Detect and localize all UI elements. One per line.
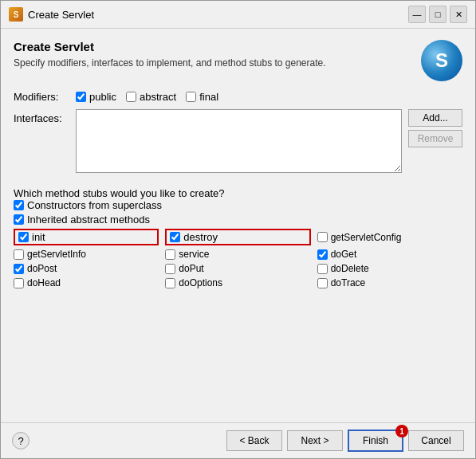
header-left: Create Servlet Specify modifiers, interf… bbox=[14, 40, 413, 70]
doput-label: doPut bbox=[179, 263, 203, 274]
dopost-item: doPost bbox=[14, 263, 159, 274]
getservletinfo-checkbox[interactable] bbox=[14, 249, 24, 260]
abstract-checkbox[interactable] bbox=[126, 92, 136, 102]
back-button[interactable]: < Back bbox=[226, 430, 282, 451]
minimize-button[interactable]: — bbox=[408, 6, 426, 23]
dotrace-checkbox[interactable] bbox=[317, 278, 328, 288]
finish-button[interactable]: Finish 1 bbox=[348, 430, 403, 452]
constructors-checkbox[interactable] bbox=[14, 200, 24, 210]
dodelete-checkbox[interactable] bbox=[317, 264, 328, 274]
getservletinfo-label: getServletInfo bbox=[27, 249, 86, 260]
inherited-checkbox[interactable] bbox=[14, 214, 24, 225]
dodelete-item: doDelete bbox=[317, 263, 462, 274]
maximize-button[interactable]: □ bbox=[429, 6, 446, 23]
modifiers-label: Modifiers: bbox=[14, 91, 69, 103]
dotrace-item: doTrace bbox=[317, 277, 462, 288]
getservletconfig-item: getServletConfig bbox=[317, 229, 462, 245]
dohead-item: doHead bbox=[14, 277, 159, 288]
destroy-label: destroy bbox=[183, 231, 218, 243]
dotrace-label: doTrace bbox=[331, 277, 366, 288]
constructors-item: Constructors from superclass bbox=[14, 199, 462, 211]
remove-button[interactable]: Remove bbox=[408, 130, 462, 147]
title-controls: — □ ✕ bbox=[408, 6, 467, 23]
header-section: Create Servlet Specify modifiers, interf… bbox=[14, 40, 462, 81]
doget-item: doGet bbox=[317, 249, 462, 260]
doget-label: doGet bbox=[331, 249, 357, 260]
window-title: Create Servlet bbox=[28, 9, 94, 21]
getservletconfig-label: getServletConfig bbox=[331, 232, 402, 243]
interfaces-row: Interfaces: Add... Remove bbox=[14, 109, 462, 173]
public-label: public bbox=[89, 91, 116, 103]
dopost-checkbox[interactable] bbox=[14, 264, 24, 274]
inherited-label: Inherited abstract methods bbox=[27, 214, 150, 226]
service-checkbox[interactable] bbox=[165, 249, 175, 260]
abstract-modifier: abstract bbox=[126, 91, 176, 103]
close-button[interactable]: ✕ bbox=[450, 6, 467, 23]
public-checkbox[interactable] bbox=[76, 92, 86, 102]
help-button[interactable]: ? bbox=[12, 432, 30, 449]
interfaces-label: Interfaces: bbox=[14, 109, 69, 124]
getservletinfo-item: getServletInfo bbox=[14, 249, 159, 260]
service-item: service bbox=[165, 249, 310, 260]
window-icon: S bbox=[9, 7, 23, 22]
public-modifier: public bbox=[76, 91, 116, 103]
init-label: init bbox=[32, 231, 45, 243]
page-description: Specify modifiers, interfaces to impleme… bbox=[14, 57, 413, 70]
getservletconfig-checkbox[interactable] bbox=[317, 232, 328, 242]
stubs-title: Which method stubs would you like to cre… bbox=[14, 187, 462, 199]
dopost-label: doPost bbox=[27, 263, 57, 274]
page-title: Create Servlet bbox=[14, 40, 413, 53]
dialog-window: S Create Servlet — □ ✕ Create Servlet Sp… bbox=[0, 0, 476, 459]
final-checkbox[interactable] bbox=[186, 92, 196, 102]
dooptions-item: doOptions bbox=[165, 277, 310, 288]
interfaces-input[interactable] bbox=[76, 109, 402, 173]
modifiers-checkboxes: public abstract final bbox=[76, 91, 218, 103]
next-button[interactable]: Next > bbox=[287, 430, 343, 451]
finish-badge: 1 bbox=[395, 425, 408, 437]
destroy-item: destroy bbox=[165, 229, 310, 245]
methods-grid: init destroy getServletConfig getServlet… bbox=[14, 229, 462, 288]
superclass-methods: Constructors from superclass Inherited a… bbox=[14, 199, 462, 226]
doget-checkbox[interactable] bbox=[317, 249, 328, 260]
dialog-content: Create Servlet Specify modifiers, interf… bbox=[1, 29, 475, 422]
stubs-section: Which method stubs would you like to cre… bbox=[14, 181, 462, 288]
title-bar-left: S Create Servlet bbox=[9, 7, 94, 22]
destroy-checkbox[interactable] bbox=[170, 232, 180, 242]
dodelete-label: doDelete bbox=[331, 263, 369, 274]
cancel-button[interactable]: Cancel bbox=[408, 430, 464, 451]
add-button[interactable]: Add... bbox=[408, 109, 462, 127]
final-label: final bbox=[199, 91, 218, 103]
abstract-label: abstract bbox=[140, 91, 176, 103]
doput-item: doPut bbox=[165, 263, 310, 274]
constructors-label: Constructors from superclass bbox=[27, 199, 162, 211]
dooptions-label: doOptions bbox=[179, 277, 222, 288]
dooptions-checkbox[interactable] bbox=[165, 278, 175, 288]
interfaces-buttons: Add... Remove bbox=[408, 109, 462, 147]
init-item: init bbox=[14, 229, 159, 245]
modifiers-row: Modifiers: public abstract final bbox=[14, 91, 462, 103]
title-bar: S Create Servlet — □ ✕ bbox=[1, 1, 475, 29]
init-checkbox[interactable] bbox=[18, 232, 29, 242]
servlet-logo: S bbox=[421, 40, 462, 81]
service-label: service bbox=[179, 249, 209, 260]
inherited-item: Inherited abstract methods bbox=[14, 214, 462, 226]
bottom-bar: ? < Back Next > Finish 1 Cancel bbox=[1, 422, 475, 458]
dohead-checkbox[interactable] bbox=[14, 278, 24, 288]
dohead-label: doHead bbox=[27, 277, 61, 288]
final-modifier: final bbox=[186, 91, 218, 103]
doput-checkbox[interactable] bbox=[165, 264, 175, 274]
navigation-buttons: < Back Next > Finish 1 Cancel bbox=[226, 430, 464, 452]
